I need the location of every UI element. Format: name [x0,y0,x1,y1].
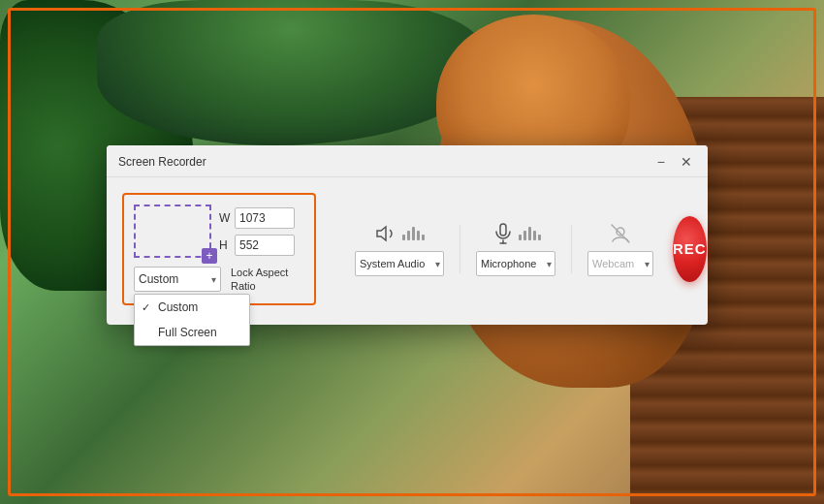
titlebar-controls: − ✕ [653,153,696,171]
webcam-select-wrapper: Webcam [587,251,653,276]
close-button[interactable]: ✕ [677,153,696,171]
volume-bars [402,227,425,240]
mic-bar-1 [519,235,522,240]
microphone-group: Microphone [476,222,555,276]
screen-recorder-dialog: Screen Recorder − ✕ W H [107,145,708,325]
dropdown-item-custom[interactable]: Custom [135,295,249,320]
mic-bar-2 [523,231,526,240]
region-second-row: Custom Full Screen Custom Full Screen Lo… [134,266,304,294]
w-row: W [219,207,295,229]
mic-bar-3 [528,227,531,240]
svg-rect-0 [500,224,506,236]
rec-label: REC [673,240,707,257]
w-label: W [219,211,231,225]
dialog-title: Screen Recorder [118,155,206,169]
bg-leaves-top [97,0,485,145]
minimize-button[interactable]: − [653,153,669,171]
webcam-icon-row [609,222,632,245]
h-row: H [219,235,295,256]
microphone-icon [491,222,515,245]
titlebar: Screen Recorder − ✕ [107,145,708,177]
vol-bar-4 [417,231,420,240]
lock-aspect-label: Lock AspectRatio [231,266,288,294]
speaker-icon [375,222,398,245]
region-mode-dropdown-wrapper: Custom Full Screen Custom Full Screen [134,267,221,292]
region-panel: W H Custom Full Screen [122,193,316,305]
vol-bar-5 [422,235,425,240]
mic-volume-bars [519,227,541,240]
microphone-select[interactable]: Microphone [476,251,555,276]
vol-bar-2 [407,231,410,240]
webcam-icon [609,222,632,245]
vol-bar-3 [412,227,415,240]
dropdown-menu: Custom Full Screen [134,294,250,346]
dialog-body: W H Custom Full Screen [107,177,708,325]
divider-2 [460,225,460,273]
region-mode-dropdown[interactable]: Custom Full Screen [134,267,221,292]
system-audio-select-wrapper: System Audio [355,251,444,276]
system-audio-group: System Audio [355,222,444,276]
webcam-select[interactable]: Webcam [587,251,653,276]
mic-bar-5 [538,235,541,240]
dropdown-item-fullscreen[interactable]: Full Screen [135,320,249,345]
controls-area: System Audio [355,222,653,276]
wh-inputs: W H [219,207,295,256]
selection-box[interactable] [134,205,211,258]
system-audio-icon-row [375,222,425,245]
height-input[interactable] [235,235,295,256]
vol-bar-1 [402,235,405,240]
h-label: H [219,238,231,252]
mic-bar-4 [533,231,536,240]
system-audio-select[interactable]: System Audio [355,251,444,276]
region-top-row: W H [134,205,304,258]
microphone-icon-row [491,222,541,245]
webcam-group: Webcam [587,222,653,276]
rec-button[interactable]: REC [673,216,707,282]
divider-3 [571,225,572,273]
width-input[interactable] [235,207,295,229]
microphone-select-wrapper: Microphone [476,251,555,276]
